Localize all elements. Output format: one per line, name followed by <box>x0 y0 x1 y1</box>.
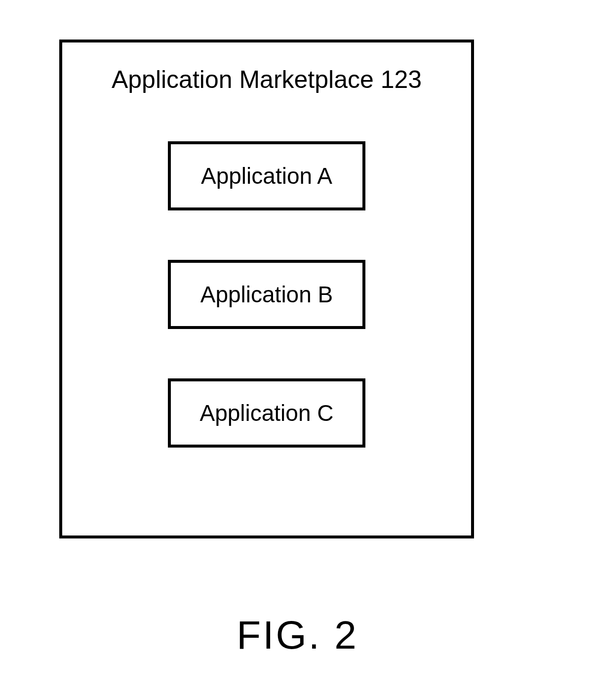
application-b-box: Application B <box>168 260 365 329</box>
diagram-canvas: Application Marketplace 123 Application … <box>0 0 595 700</box>
marketplace-box: Application Marketplace 123 Application … <box>59 40 474 538</box>
application-a-box: Application A <box>168 141 365 210</box>
figure-caption: FIG. 2 <box>0 613 595 658</box>
application-label: Application A <box>201 163 332 189</box>
application-list: Application A Application B Application … <box>62 141 471 448</box>
application-c-box: Application C <box>168 378 365 448</box>
application-label: Application B <box>200 281 333 308</box>
marketplace-title: Application Marketplace 123 <box>62 65 471 94</box>
application-label: Application C <box>199 400 333 426</box>
